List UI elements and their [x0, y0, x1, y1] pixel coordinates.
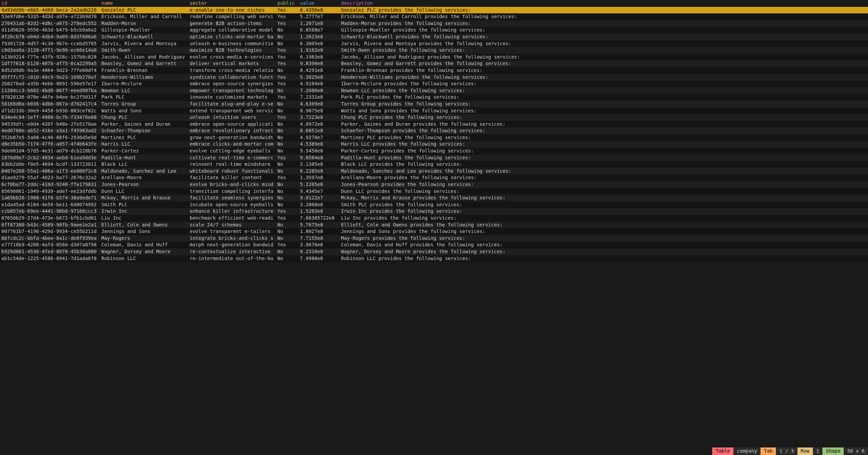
table-row[interactable]: b13b9214-f77e-43fb-928c-157b8c828Jacobs,… — [0, 54, 868, 61]
cell-sector: evolve bricks-and-clicks mind — [190, 181, 277, 188]
table-row[interactable]: 8407e268-55a1-406a-a1f3-ee800f2c8Maldona… — [0, 168, 868, 175]
cell-description: Martinez PLC provides the following serv… — [341, 134, 868, 141]
column-header-sector[interactable]: sector — [190, 0, 277, 7]
table-row[interactable]: 6ff87380-b43c-4589-90fb-9aee1e2a1Elliott… — [0, 222, 868, 229]
cell-id: e1da45ad-6184-4e50-be11-6d0074992 — [0, 201, 101, 208]
table-row[interactable]: ab1c54de-1225-4586-8941-7d1ada6f8Robinso… — [0, 255, 868, 262]
cell-public: Yes — [277, 242, 300, 248]
table-row[interactable]: 94539dfc-e0d4-420f-b48e-2fe5170aeParker,… — [0, 121, 868, 128]
table-row[interactable]: d11d9826-9556-4b3d-b479-b5cb9a0a2Gillesp… — [0, 27, 868, 34]
table-row[interactable]: 8bfcdc2c-bbfa-4bee-8a1c-de0f939eaMay-Rog… — [0, 235, 868, 242]
table-row[interactable]: 53e9fd6e-5335-4d3d-a97e-a723b9d70Erickso… — [0, 13, 868, 20]
cell-id: 634e4c94-1eff-4966-bc7b-f33476e68 — [0, 114, 101, 121]
table-row[interactable]: e77f16b9-4208-4afd-8560-d307a8798Coleman… — [0, 242, 868, 248]
cell-sector: unleash e-business communitie — [190, 40, 277, 47]
cell-id: 552b87e5-5a08-4c40-88f6-2936d5e9d — [0, 134, 101, 141]
cell-public: No — [277, 141, 300, 148]
cell-value: 9.4345e7 — [300, 188, 341, 195]
table-row[interactable]: 276431ab-82d2-4d8c-a675-2f8edc552Madden-… — [0, 20, 868, 27]
column-header-description[interactable]: description — [341, 0, 868, 7]
table-row[interactable]: ccb857eb-69ee-4441-98b8-97166ccc3Irwin I… — [0, 208, 868, 215]
table-row[interactable]: 83bb2dde-f0e5-4694-bcdf-133723011Black L… — [0, 161, 868, 168]
table-row[interactable]: d1aa9279-55af-4023-ba77-2676c32a2Arellan… — [0, 174, 868, 181]
table-row[interactable]: 85f7fcf2-c010-49c9-9a23-109b270afHenders… — [0, 74, 868, 81]
cell-sector: re-contextualize interactive — [190, 248, 277, 255]
cell-sector: evolve cross-media e-services — [190, 54, 277, 61]
cell-public: No — [277, 255, 300, 262]
cell-name: Park PLC — [101, 94, 190, 101]
cell-id: 4ed0760e-ab52-416e-a3a1-f45983ad2 — [0, 127, 101, 134]
cell-id: 85f7fcf2-c010-49c9-9a23-109b270af — [0, 74, 101, 81]
table-row[interactable]: 67650b29-27d4-473e-b672-bfb1cbd81Liu Inc… — [0, 215, 868, 222]
cell-value: 4.5389e8 — [300, 141, 341, 148]
column-header-id[interactable]: id — [0, 0, 101, 7]
cell-sector: evolve cutting-edge eyeballs — [190, 148, 277, 155]
cell-description: Parker-Cortez provides the following ser… — [341, 148, 868, 155]
column-header-public[interactable]: public — [277, 0, 300, 7]
cell-sector: extend transparent web servic — [190, 108, 277, 114]
cell-name: Ibarra-Mcclure — [101, 81, 190, 87]
table-row[interactable]: 4ed0760e-ab52-416e-a3a1-f45983ad2Schaefe… — [0, 127, 868, 134]
table-row[interactable]: 1df77618-b128-407b-af75-0ca2299a5Beasley… — [0, 60, 868, 67]
cell-id: ab1c54de-1225-4586-8941-7d1ada6f8 — [0, 255, 101, 262]
cell-public: Yes — [277, 47, 300, 54]
table-row[interactable]: 8f26cb78-e04d-4db4-9a09-8d3f606a6Schwart… — [0, 34, 868, 40]
cell-sector: facilitate killer content — [190, 174, 277, 181]
table-row[interactable]: 552b87e5-5a08-4c40-88f6-2936d5e9dMartine… — [0, 134, 868, 141]
cell-sector: embrace revolutionary infrast — [190, 127, 277, 134]
cell-id: 1df77618-b128-407b-af75-0ca2299a5 — [0, 60, 101, 67]
cell-id: 4a93dd9b-e6b5-4d60-beca-2a2adb220 — [0, 7, 101, 14]
cell-description: Erickson, Miller and Carroll provides th… — [341, 13, 868, 20]
table-row[interactable]: d71d233b-30e9-4458-b936-883cef82cWatts a… — [0, 108, 868, 114]
table-row[interactable]: 1a69bb26-1988-41f6-b574-38a9ede71Mckay, … — [0, 195, 868, 201]
table-row[interactable]: d8e35b50-7174-47f6-a057-4f4b643feHarris … — [0, 141, 868, 148]
cell-name: Jarvis, Rivera and Montoya — [101, 40, 190, 47]
table-row[interactable]: 1876d9e7-2cb2-4034-aebd-b1ea9dd3ePadilla… — [0, 155, 868, 161]
column-header-name[interactable]: name — [101, 0, 190, 7]
table-row[interactable]: 007761b7-4196-429d-9934-ce55b211dJenning… — [0, 228, 868, 235]
cell-value: 7.2086e8 — [300, 87, 341, 94]
cell-value: 9.8584e8 — [300, 155, 341, 161]
cell-name: Parker-Cortez — [101, 148, 190, 155]
table-row[interactable]: 05690061-1949-4939-adef-ee23dfddbDunn LL… — [0, 188, 868, 195]
cell-id: b13b9214-f77e-43fb-928c-157b8c828 — [0, 54, 101, 61]
cell-value: 9.0122e7 — [300, 195, 341, 201]
data-table-container: id name sector public value description … — [0, 0, 868, 447]
table-row[interactable]: 2b8276ad-a35b-4ebb-8091-596e57e17Ibarra-… — [0, 81, 868, 87]
cell-id: 1876d9e7-2cb2-4034-aebd-b1ea9dd3e — [0, 155, 101, 161]
cell-name: Erickson, Miller and Carroll — [101, 13, 190, 20]
table-row[interactable]: f9301728-4d57-4c30-967e-ccebd5705Jarvis,… — [0, 40, 868, 47]
cell-id: 8d52d9db-9a3e-4864-9d23-77fe60df4 — [0, 67, 101, 74]
table-row[interactable]: 9de081d4-57d5-4e31-ad79-dcb228b76Parker-… — [0, 148, 868, 155]
cell-public: No — [277, 101, 300, 108]
cell-description: May-Rogers provides the following servic… — [341, 235, 868, 242]
cell-public: Yes — [277, 94, 300, 101]
cell-value: 6.3005e8 — [300, 40, 341, 47]
table-row[interactable]: 8d52d9db-9a3e-4864-9d23-77fe60df4Frankli… — [0, 67, 868, 74]
cell-id: f9301728-4d57-4c30-967e-ccebd5705 — [0, 40, 101, 47]
table-row[interactable]: 4a93dd9b-e6b5-4d60-beca-2a2adb220Gonzale… — [0, 7, 868, 14]
table-row[interactable]: b929d861-4536-4fed-8078-45b30a080Wagner,… — [0, 248, 868, 255]
table-row[interactable]: 58166d0a-b036-4dbb-867a-d702417c4Torres … — [0, 101, 868, 108]
cell-id: d8e35b50-7174-47f6-a057-4f4b643fe — [0, 141, 101, 148]
cell-name: Smith PLC — [101, 201, 190, 208]
table-row[interactable]: e1da45ad-6184-4e50-be11-6d0074992Smith P… — [0, 201, 868, 208]
cell-sector: enhance killer infrastructure — [190, 208, 277, 215]
cell-id: c0d3aa9a-3128-4ff1-9e90-ec66e14a0 — [0, 47, 101, 54]
cell-value: 1.8027e8 — [300, 228, 341, 235]
cell-sector: whiteboard robust functionali — [190, 168, 277, 175]
cell-public: No — [277, 148, 300, 155]
column-header-value[interactable]: value — [300, 0, 341, 7]
cell-public: Yes — [277, 114, 300, 121]
cell-description: Schaefer-Thompson provides the following… — [341, 127, 868, 134]
table-row[interactable]: c0d3aa9a-3128-4ff1-9e90-ec66e14a0Smith-O… — [0, 47, 868, 54]
cell-value: 7.2331e8 — [300, 94, 341, 101]
cell-value: 9.8390e8 — [300, 60, 341, 67]
data-table[interactable]: id name sector public value description … — [0, 0, 868, 262]
table-row[interactable]: 6cf0ba77-2ddc-410d-9240-ffe179831Jones-P… — [0, 181, 868, 188]
table-row[interactable]: 634e4c94-1eff-4966-bc7b-f33476e68Chung P… — [0, 114, 868, 121]
table-row[interactable]: 07820136-078e-46fe-b4ee-bc2f5011fPark PL… — [0, 94, 868, 101]
cell-description: Newman LLC provides the following servic… — [341, 87, 868, 94]
cell-name: Schaefer-Thompson — [101, 127, 190, 134]
table-row[interactable]: 11284cc3-b602-4bd0-86ff-eeed987baNewman … — [0, 87, 868, 94]
